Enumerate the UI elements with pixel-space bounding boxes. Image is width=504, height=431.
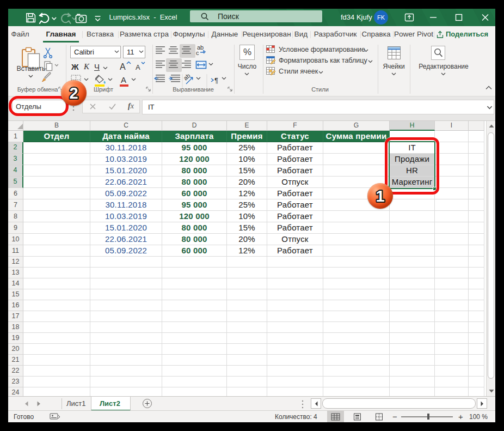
svg-text:A: A bbox=[136, 63, 140, 71]
svg-text:2: 2 bbox=[69, 84, 78, 102]
svg-text:¶: ¶ bbox=[214, 76, 218, 84]
svg-text:А: А bbox=[121, 75, 126, 84]
svg-text:1: 1 bbox=[376, 187, 384, 205]
svg-text:c: c bbox=[196, 50, 199, 56]
svg-text:A: A bbox=[120, 62, 126, 71]
